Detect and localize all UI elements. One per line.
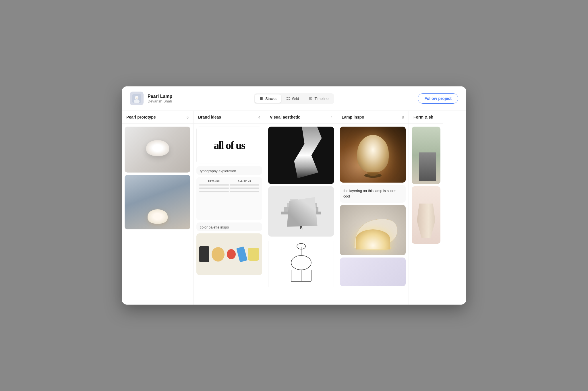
svg-rect-4 [136, 98, 138, 99]
lamp1-image [125, 127, 190, 173]
card-lamp-note: the layering on this lamp is super cool [340, 185, 406, 203]
timeline-icon [309, 96, 313, 100]
svg-point-36 [359, 149, 387, 160]
col-header-lamp-inspo: Lamp inspo 8 [337, 111, 409, 124]
svg-point-39 [363, 246, 392, 250]
svg-rect-6 [261, 97, 262, 100]
stacks-view-button[interactable]: Stacks [255, 94, 281, 103]
card-pink-lamp [412, 186, 440, 244]
col-title-brand-ideas: Brand ideas [198, 115, 221, 119]
abstract1-image [268, 127, 334, 184]
view-toggle: Stacks Grid Timeline [254, 93, 334, 104]
typography-label: typography exploration [196, 166, 262, 175]
column-brand-ideas: Brand ideas 4 all of us typography explo… [194, 111, 265, 305]
col-content-form-shape[interactable] [409, 124, 443, 305]
col-title-visual-aesthetic: Visual aesthetic [270, 115, 300, 119]
lamp-curved-image [340, 205, 406, 255]
doc-line [199, 185, 229, 186]
svg-rect-9 [289, 97, 290, 98]
doc-line [230, 187, 260, 187]
palette-shape-red [227, 249, 236, 259]
svg-point-37 [361, 144, 385, 154]
tiered-lamp-svg [340, 127, 406, 183]
card-abstract1 [268, 127, 334, 184]
card-green-wall [412, 127, 440, 184]
doc-line [230, 193, 260, 193]
palette-shape-black [199, 246, 209, 262]
svg-rect-17 [287, 203, 298, 208]
card-lamp1 [125, 127, 190, 173]
column-form-shape: Form & sh [409, 111, 443, 305]
doc-line [230, 185, 260, 186]
col-header-visual-aesthetic: Visual aesthetic 7 [265, 111, 337, 124]
svg-rect-10 [287, 99, 288, 100]
col-count-pearl-prototype: 6 [187, 115, 189, 119]
svg-rect-8 [287, 97, 288, 98]
svg-rect-7 [262, 97, 263, 100]
col-title-form-shape: Form & sh [413, 115, 433, 119]
col-content-pearl-prototype[interactable] [122, 124, 193, 305]
doc-line [230, 184, 260, 185]
doc-title-right: ALL OF US [230, 180, 260, 182]
card-typography-label: typography exploration [196, 166, 262, 175]
card-lamp-glam [340, 127, 406, 183]
palette-shape-yellow [212, 247, 224, 262]
project-title: Pearl Lamp [148, 94, 172, 99]
architecture-svg [278, 189, 324, 235]
typography-image: all of us [196, 127, 262, 164]
doc-line [199, 184, 229, 185]
sketch-image [268, 239, 334, 289]
card-sketch [268, 239, 334, 289]
card-abstract2 [268, 186, 334, 237]
grid-icon [286, 96, 290, 100]
col-title-lamp-inspo: Lamp inspo [342, 115, 364, 119]
header-right: Follow project [334, 93, 458, 104]
doc-line [199, 190, 229, 190]
lamp2-image [125, 175, 190, 229]
col-title-pearl-prototype: Pearl prototype [126, 115, 156, 119]
doc-line [199, 187, 229, 187]
doc-line [230, 188, 260, 189]
column-pearl-prototype: Pearl prototype 6 [122, 111, 194, 305]
svg-point-38 [363, 145, 383, 165]
column-visual-aesthetic: Visual aesthetic 7 [265, 111, 337, 305]
col-count-brand-ideas: 4 [258, 115, 260, 119]
svg-rect-20 [305, 203, 317, 208]
chair-sketch-svg [281, 241, 321, 287]
col-content-visual-aesthetic[interactable] [265, 124, 337, 305]
palette-image [196, 233, 262, 275]
follow-project-button[interactable]: Follow project [418, 93, 458, 104]
green-wall-image [412, 127, 440, 184]
svg-point-21 [300, 221, 302, 224]
doc-line [230, 190, 260, 190]
col-count-lamp-inspo: 8 [402, 115, 404, 119]
col-header-form-shape: Form & sh [409, 111, 443, 124]
col-content-lamp-inspo[interactable]: the layering on this lamp is super cool [337, 124, 409, 305]
abstract2-image [268, 186, 334, 237]
col-header-brand-ideas: Brand ideas 4 [194, 111, 265, 124]
grid-view-button[interactable]: Grid [282, 94, 304, 103]
palette-label: color palette inspo [196, 222, 262, 231]
svg-rect-18 [290, 199, 298, 204]
header-titles: Pearl Lamp Devansh Shah [148, 94, 172, 103]
col-content-brand-ideas[interactable]: all of us typography exploration DEVANSH [194, 124, 265, 305]
palette-shape-lime [248, 248, 259, 261]
palette-shape-blue [236, 246, 247, 262]
card-lamp2 [125, 175, 190, 229]
timeline-view-button[interactable]: Timeline [304, 94, 333, 103]
header-left: Pearl Lamp Devansh Shah [130, 92, 254, 105]
doc-col-left: DEVANSH [199, 180, 229, 217]
svg-line-24 [301, 226, 302, 229]
card-palette [196, 233, 262, 275]
svg-rect-11 [289, 99, 290, 100]
lavender-swatch [340, 258, 406, 286]
svg-rect-16 [284, 207, 298, 212]
document-image: DEVANSH ALL OF US [196, 177, 262, 220]
pink-lamp-image [412, 186, 440, 244]
lamp-note-text: the layering on this lamp is super cool [340, 185, 406, 203]
header: Pearl Lamp Devansh Shah Stacks [122, 86, 466, 111]
card-document: DEVANSH ALL OF US [196, 177, 262, 220]
doc-title-left: DEVANSH [199, 180, 229, 182]
lamp-glam-image [340, 127, 406, 183]
card-all-of-us: all of us [196, 127, 262, 164]
